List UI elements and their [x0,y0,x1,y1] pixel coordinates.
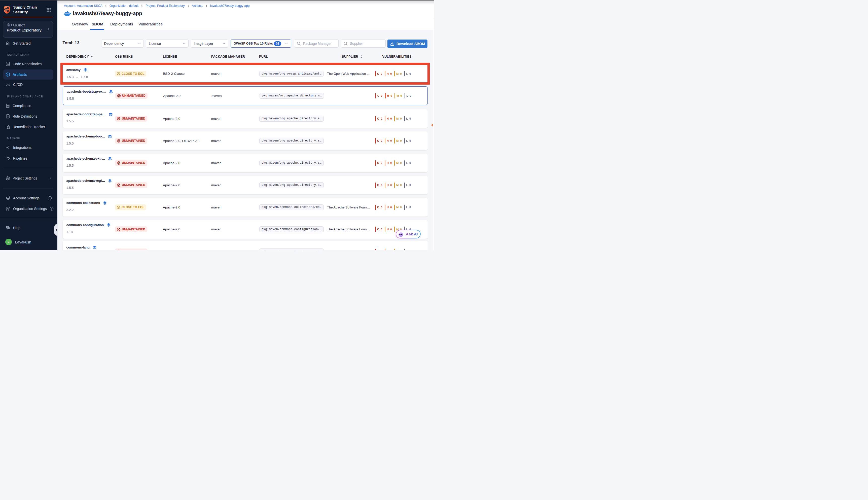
svg-text:?: ? [7,226,8,228]
